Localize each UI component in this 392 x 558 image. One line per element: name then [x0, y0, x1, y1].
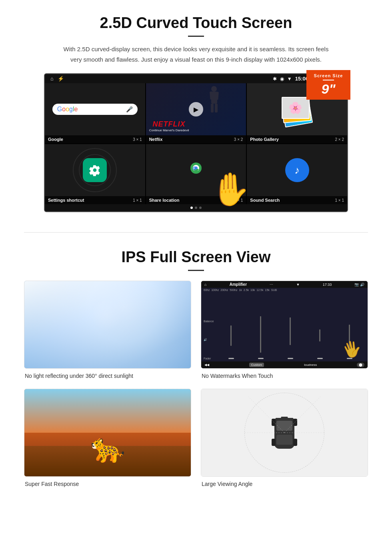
- freq-label: SUB: [271, 289, 277, 291]
- eq-bar-3: [276, 312, 304, 357]
- amp-toggle-icon: ⬤: [357, 363, 364, 367]
- svg-rect-4: [211, 104, 214, 112]
- netflix-app-cell[interactable]: ▶ NETFLIX Continue Marvel's Daredevil Ne…: [146, 83, 246, 143]
- amplifier-bg: ⌂ Amplifier ⋯ ▼ 17:33 📷 🔊 60hz 100hz 200…: [201, 281, 368, 368]
- netflix-app-name: Netflix: [149, 137, 163, 142]
- section1-title: 2.5D Curved Touch Screen: [24, 14, 368, 32]
- eq-bar-fill: [260, 316, 261, 352]
- sound-app-size: 1 × 1: [335, 198, 344, 203]
- pagination-dots: [45, 204, 347, 211]
- netflix-cell-inner: ▶ NETFLIX Continue Marvel's Daredevil: [146, 83, 246, 135]
- eq-handle: [228, 358, 234, 359]
- feature-cheetah: 🐆 Super Fast Response: [24, 389, 191, 487]
- cheetah-bg: 🐆: [24, 389, 191, 476]
- gmaps-icon: G: [186, 160, 206, 180]
- title-underline: [188, 36, 204, 37]
- sunlight-image: [24, 281, 191, 369]
- google-app-name: Google: [48, 137, 63, 142]
- badge-top-label: Screen Size: [309, 73, 348, 78]
- settings-cell-inner: [45, 144, 145, 196]
- amp-wifi-icon: ▼: [296, 283, 300, 287]
- eq-bar-wrapper-1: [217, 312, 245, 360]
- google-app-size: 3 × 1: [133, 137, 142, 142]
- feature-watermark: ⌂ Amplifier ⋯ ▼ 17:33 📷 🔊 60hz 100hz 200…: [201, 281, 368, 379]
- mic-icon: 🎤: [126, 106, 133, 112]
- amp-custom-btn: Custom: [249, 363, 264, 367]
- status-bar: ⌂ ⚡ ✱ ◉ ▼ 15:06 📷 🔊 ⊠ ▭: [45, 74, 347, 83]
- flower-icon: 🌸: [288, 101, 302, 114]
- car-caption: Large Viewing Angle: [201, 481, 368, 487]
- car-bg: [201, 389, 368, 476]
- watermark-image: ⌂ Amplifier ⋯ ▼ 17:33 📷 🔊 60hz 100hz 200…: [201, 281, 368, 369]
- google-app-cell[interactable]: Google 🎤 Google 3 × 1: [45, 83, 145, 143]
- section2-title: IPS Full Screen View: [24, 249, 368, 266]
- settings-bg-circles: [45, 144, 145, 196]
- netflix-label: Netflix 3 × 2: [146, 135, 246, 143]
- amp-body: Balance 🔊 Fader: [201, 292, 368, 361]
- gallery-app-name: Photo Gallery: [250, 137, 279, 142]
- section-curved-touchscreen: 2.5D Curved Touch Screen With 2.5D curve…: [0, 0, 392, 220]
- eq-bar-fill: [319, 329, 320, 341]
- amp-time: 17:33: [323, 283, 332, 287]
- viewing-circle-outer: [244, 393, 324, 473]
- dot-3: [199, 207, 202, 209]
- eq-handle: [258, 358, 264, 359]
- amp-loudness-label: loudness: [304, 363, 317, 367]
- settings-app-name: Settings shortcut: [48, 198, 84, 203]
- netflix-play-button[interactable]: ▶: [189, 102, 203, 116]
- eq-bar-wrapper-3: [276, 312, 304, 360]
- freq-label: 12.5k: [256, 289, 263, 291]
- home-icon: ⌂: [50, 76, 54, 82]
- cheetah-emoji: 🐆: [90, 432, 125, 464]
- google-cell-inner: Google 🎤: [45, 83, 145, 135]
- sky-gradient: [24, 281, 191, 368]
- google-label: Google 3 × 1: [45, 135, 145, 143]
- daredevil-silhouette: [207, 86, 221, 114]
- status-left: ⌂ ⚡: [50, 76, 64, 82]
- settings-app-size: 1 × 1: [133, 198, 142, 203]
- sound-app-cell[interactable]: ♪ Sound Search 1 × 1: [247, 144, 347, 204]
- amp-icons: 📷 🔊: [354, 283, 364, 287]
- car-image: [201, 389, 368, 477]
- share-app-cell[interactable]: G 🤚 Share location 1 × 1: [146, 144, 246, 204]
- feature-car: Large Viewing Angle: [201, 389, 368, 487]
- netflix-subtitle: Continue Marvel's Daredevil: [149, 128, 189, 132]
- eq-bar-1: [217, 312, 245, 357]
- bg-circle-2: [73, 148, 117, 192]
- hand-pointing-icon: 🤚: [210, 171, 250, 208]
- freq-label: 10k: [250, 289, 255, 291]
- eq-handle: [317, 358, 323, 359]
- photo-card-3: 🌸: [282, 97, 310, 119]
- netflix-app-size: 3 × 2: [234, 137, 243, 142]
- eq-bars: 🖐: [215, 312, 365, 360]
- freq-label: 60hz: [204, 289, 210, 291]
- app-grid: Google 🎤 Google 3 × 1: [45, 83, 347, 204]
- section2-underline: [188, 270, 204, 271]
- freq-label: 1k: [239, 289, 242, 291]
- amp-volume-icon: 🔊: [204, 338, 214, 341]
- location-icon: ◉: [280, 76, 284, 82]
- music-note-icon: ♪: [294, 164, 300, 177]
- google-search-bar: Google 🎤: [52, 104, 138, 115]
- section1-description: With 2.5D curved-display screen, this de…: [60, 44, 332, 64]
- settings-label: Settings shortcut 1 × 1: [45, 196, 145, 204]
- svg-point-0: [211, 86, 217, 92]
- dot-2: [195, 207, 197, 209]
- eq-bar-4: [306, 312, 334, 357]
- eq-bar-2: [246, 312, 275, 357]
- screen-size-badge: Screen Size 9": [306, 70, 350, 100]
- eq-bar-wrapper-4: [306, 312, 334, 360]
- amp-footer: ◀◀ Custom loudness ⬤: [201, 361, 368, 368]
- settings-app-cell[interactable]: Settings shortcut 1 × 1: [45, 144, 145, 204]
- cheetah-image: 🐆: [24, 389, 191, 477]
- eq-bar-fill: [230, 325, 232, 346]
- svg-rect-5: [215, 104, 218, 112]
- netflix-branding: NETFLIX Continue Marvel's Daredevil: [149, 120, 189, 132]
- amp-header: ⌂ Amplifier ⋯ ▼ 17:33 📷 🔊: [201, 281, 368, 288]
- amp-back-icon: ◀◀: [204, 363, 209, 367]
- section-ips: IPS Full Screen View No light reflecting…: [0, 245, 392, 499]
- cheetah-caption: Super Fast Response: [24, 481, 191, 487]
- share-app-name: Share location: [149, 198, 180, 203]
- amp-home-icon: ⌂: [204, 283, 206, 287]
- gallery-label: Photo Gallery 2 × 2: [247, 135, 347, 143]
